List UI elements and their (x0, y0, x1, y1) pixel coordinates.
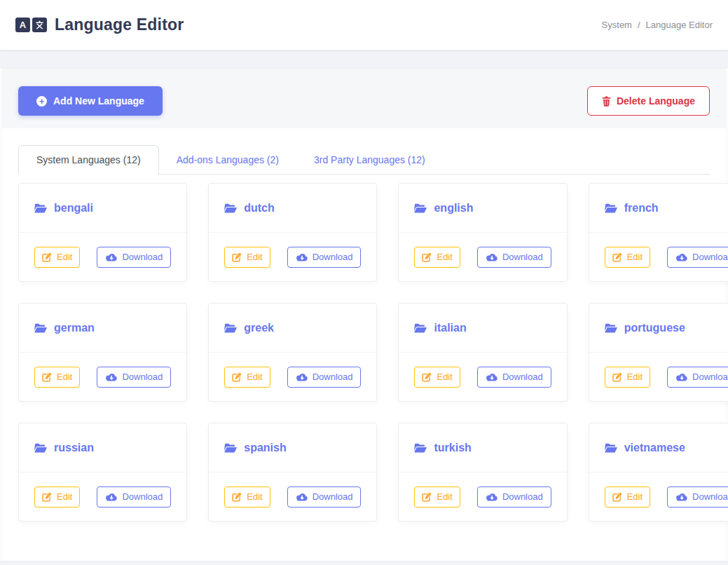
language-name: turkish (434, 442, 471, 454)
edit-label: Edit (627, 252, 643, 262)
edit-button[interactable]: Edit (224, 486, 270, 508)
edit-icon (612, 372, 622, 382)
language-name: french (624, 202, 659, 215)
download-button[interactable]: Download (287, 247, 362, 268)
language-card-header: french (589, 184, 728, 233)
language-card-actions: Edit (589, 233, 728, 281)
edit-icon (422, 492, 432, 502)
edit-button[interactable]: Edit (605, 367, 650, 388)
download-label: Download (313, 491, 353, 502)
download-label: Download (313, 372, 353, 382)
language-card-actions: Edit (209, 472, 376, 521)
folder-open-icon (34, 203, 47, 213)
edit-button[interactable]: Edit (414, 247, 460, 268)
cloud-download-icon (486, 373, 497, 381)
edit-label: Edit (57, 372, 72, 382)
edit-button[interactable]: Edit (224, 247, 270, 268)
add-new-language-button[interactable]: + Add New Language (18, 86, 163, 116)
language-name: english (434, 202, 473, 215)
download-button[interactable]: Download (287, 486, 362, 508)
language-card-header: bengali (19, 184, 186, 233)
edit-label: Edit (57, 491, 72, 502)
edit-label: Edit (437, 491, 452, 502)
language-card-actions: Edit (399, 353, 566, 401)
download-button[interactable]: Download (477, 247, 551, 268)
edit-label: Edit (247, 372, 262, 382)
language-card-actions: Edit (589, 353, 728, 401)
folder-open-icon (605, 323, 617, 333)
delete-language-button[interactable]: Delete Language (587, 86, 710, 116)
breadcrumb-item-current: Language Editor (646, 20, 713, 30)
download-button[interactable]: Download (667, 247, 728, 268)
language-card-turkish: turkish Edit (398, 423, 567, 522)
language-card-actions: Edit (589, 472, 728, 521)
language-card-header: english (399, 184, 566, 233)
language-icon-cjk-box (32, 18, 47, 32)
download-label: Download (313, 252, 353, 262)
edit-button[interactable]: Edit (414, 367, 460, 388)
panel-content: System Languages (12) Add-ons Languages … (2, 128, 726, 559)
edit-button[interactable]: Edit (34, 367, 80, 388)
language-card-actions: Edit (19, 472, 186, 521)
cloud-download-icon (675, 373, 687, 381)
language-name: bengali (54, 202, 93, 215)
trash-icon (602, 96, 611, 107)
download-label: Download (122, 491, 163, 502)
edit-label: Edit (627, 491, 643, 502)
breadcrumb-item-system[interactable]: System (602, 20, 632, 30)
edit-button[interactable]: Edit (605, 247, 650, 268)
language-name: portuguese (624, 322, 685, 334)
download-button[interactable]: Download (667, 367, 728, 388)
language-name: spanish (244, 442, 286, 454)
download-button[interactable]: Download (477, 367, 551, 388)
cloud-download-icon (486, 493, 497, 501)
edit-label: Edit (247, 252, 262, 262)
download-button[interactable]: Download (97, 367, 171, 388)
language-card-header: portuguese (589, 304, 728, 353)
delete-language-label: Delete Language (617, 95, 695, 107)
language-card-actions: Edit (399, 472, 566, 521)
cloud-download-icon (675, 493, 687, 501)
plus-circle-icon: + (36, 96, 47, 107)
language-card-italian: italian Edit (398, 303, 567, 402)
edit-button[interactable]: Edit (414, 486, 460, 508)
edit-label: Edit (247, 491, 262, 502)
download-button[interactable]: Download (477, 486, 551, 508)
language-card-dutch: dutch Edit (208, 183, 377, 282)
page-background-band (0, 50, 728, 69)
language-card-portuguese: portuguese Edit (589, 303, 728, 402)
language-card-actions: Edit (209, 233, 376, 281)
tab-3rd-party-languages[interactable]: 3rd Party Languages (12) (296, 146, 443, 174)
language-card-header: greek (209, 304, 376, 353)
edit-label: Edit (437, 252, 452, 262)
language-name: russian (54, 442, 94, 454)
tab-system-languages[interactable]: System Languages (12) (18, 145, 159, 175)
edit-icon (422, 252, 432, 262)
folder-open-icon (605, 203, 617, 213)
edit-button[interactable]: Edit (34, 247, 80, 268)
download-label: Download (692, 252, 728, 262)
breadcrumb-separator: / (638, 20, 640, 30)
download-button[interactable]: Download (97, 486, 171, 508)
cloud-download-icon (105, 253, 117, 261)
folder-open-icon (34, 443, 47, 453)
language-card-actions: Edit (19, 233, 186, 281)
cloud-download-icon (675, 253, 687, 261)
cloud-download-icon (296, 253, 308, 261)
download-button[interactable]: Download (667, 486, 728, 508)
download-button[interactable]: Download (287, 367, 362, 388)
folder-open-icon (224, 323, 237, 333)
folder-open-icon (605, 443, 617, 453)
edit-button[interactable]: Edit (224, 367, 270, 388)
edit-button[interactable]: Edit (605, 486, 650, 508)
language-name: dutch (244, 202, 275, 215)
download-label: Download (692, 372, 728, 382)
language-card-russian: russian Edit (18, 423, 187, 522)
language-card-header: dutch (209, 184, 376, 233)
language-card-header: russian (19, 423, 186, 472)
download-button[interactable]: Download (97, 247, 171, 268)
tab-addons-languages[interactable]: Add-ons Languages (2) (159, 146, 296, 174)
top-navbar: A Language Editor System / Language Edit… (0, 0, 728, 50)
edit-button[interactable]: Edit (34, 486, 80, 508)
download-label: Download (692, 491, 728, 502)
